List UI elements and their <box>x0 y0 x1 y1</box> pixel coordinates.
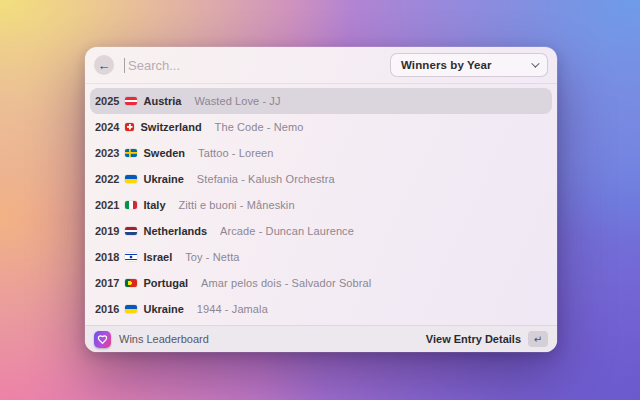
entry-song: Arcade - Duncan Laurence <box>220 225 354 237</box>
entry-song: Toy - Netta <box>185 251 239 263</box>
back-button[interactable]: ← <box>94 55 114 75</box>
search-header: ← Search... Winners by Year <box>85 47 557 84</box>
list-item[interactable]: 2024 Switzerland The Code - Nemo <box>90 114 552 140</box>
entry-song: Amar pelos dois - Salvador Sobral <box>201 277 371 289</box>
entry-song: 1944 - Jamala <box>197 303 268 315</box>
entry-song: The Code - Nemo <box>215 121 304 133</box>
flag-icon-austria <box>125 97 137 106</box>
entry-song: Tattoo - Loreen <box>198 147 274 159</box>
entry-year: 2019 <box>95 225 119 237</box>
entry-song: Wasted Love - JJ <box>194 95 280 107</box>
entry-country: Ukraine <box>143 173 183 185</box>
back-arrow-icon: ← <box>98 59 111 72</box>
flag-icon-israel <box>125 253 137 262</box>
entry-song: Zitti e buoni - Måneskin <box>179 199 295 211</box>
entry-year: 2017 <box>95 277 119 289</box>
entry-year: 2016 <box>95 303 119 315</box>
list-item[interactable]: 2017 Portugal Amar pelos dois - Salvador… <box>90 270 552 296</box>
flag-icon-portugal <box>125 279 137 288</box>
list-item[interactable]: 2018 Israel Toy - Netta <box>90 244 552 270</box>
entry-country: Italy <box>143 199 165 211</box>
view-mode-dropdown[interactable]: Winners by Year <box>390 53 548 77</box>
flag-icon-italy <box>125 201 137 210</box>
status-bar: Wins Leaderboard View Entry Details ↵ <box>85 325 557 352</box>
footer-app-label: Wins Leaderboard <box>119 333 426 345</box>
list-item[interactable]: 2021 Italy Zitti e buoni - Måneskin <box>90 192 552 218</box>
view-entry-details-action[interactable]: View Entry Details <box>426 333 521 345</box>
entry-year: 2025 <box>95 95 119 107</box>
list-item[interactable]: 2019 Netherlands Arcade - Duncan Laurenc… <box>90 218 552 244</box>
entry-country: Switzerland <box>140 121 201 133</box>
chevron-down-icon <box>531 59 539 67</box>
entry-year: 2021 <box>95 199 119 211</box>
entry-country: Israel <box>143 251 172 263</box>
dropdown-selected-value: Winners by Year <box>401 59 492 71</box>
flag-icon-netherlands <box>125 227 137 236</box>
search-input[interactable]: Search... <box>128 58 390 73</box>
flag-icon-ukraine <box>125 175 137 184</box>
heart-app-icon <box>94 331 111 348</box>
list-item[interactable]: 2022 Ukraine Stefania - Kalush Orchestra <box>90 166 552 192</box>
flag-icon-sweden <box>125 149 137 158</box>
entry-country: Netherlands <box>143 225 207 237</box>
results-list: 2025 Austria Wasted Love - JJ 2024 Switz… <box>85 85 557 325</box>
list-item[interactable]: 2023 Sweden Tattoo - Loreen <box>90 140 552 166</box>
entry-country: Portugal <box>143 277 188 289</box>
entry-year: 2023 <box>95 147 119 159</box>
list-item[interactable]: 2016 Ukraine 1944 - Jamala <box>90 296 552 322</box>
flag-icon-ukraine <box>125 305 137 314</box>
entry-year: 2022 <box>95 173 119 185</box>
list-item[interactable]: 2025 Austria Wasted Love - JJ <box>90 88 552 114</box>
entry-country: Ukraine <box>143 303 183 315</box>
search-palette-window: ← Search... Winners by Year 2025 Austria… <box>85 47 557 352</box>
entry-country: Austria <box>143 95 181 107</box>
entry-song: Stefania - Kalush Orchestra <box>197 173 335 185</box>
entry-country: Sweden <box>143 147 185 159</box>
heart-icon <box>97 334 108 345</box>
text-caret <box>124 58 125 73</box>
entry-year: 2018 <box>95 251 119 263</box>
entry-year: 2024 <box>95 121 119 133</box>
return-key-icon: ↵ <box>528 331 548 347</box>
flag-icon-switzerland <box>125 123 134 132</box>
